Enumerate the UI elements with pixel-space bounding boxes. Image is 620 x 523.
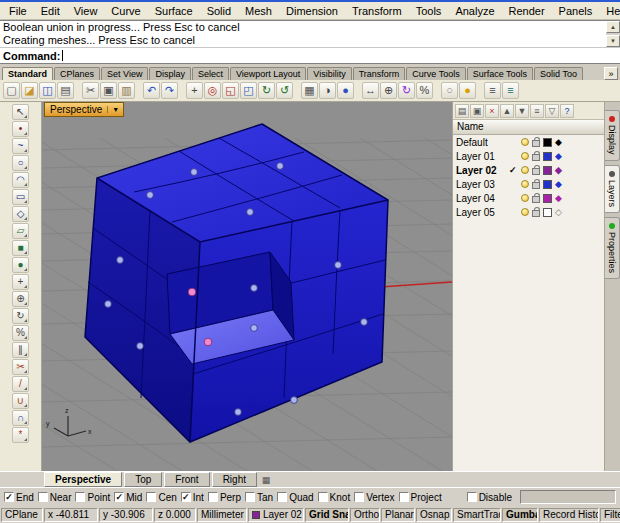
surface-tool-button[interactable]: ▱: [12, 223, 29, 239]
show-button[interactable]: ●: [459, 82, 476, 99]
pane-grid-snap[interactable]: Grid Sna: [305, 508, 349, 522]
selected-control-point[interactable]: [188, 288, 196, 296]
menu-item[interactable]: Tools: [409, 4, 449, 18]
command-input[interactable]: Command:: [0, 48, 620, 64]
filter-button[interactable]: ▽: [545, 104, 559, 118]
rotate-tool-button[interactable]: ↻: [12, 308, 29, 324]
checkbox[interactable]: [318, 492, 328, 502]
tab-viewport-front[interactable]: Front: [164, 472, 209, 487]
layer-color-swatch[interactable]: [543, 166, 552, 175]
zoom-extents-button[interactable]: ◰: [240, 82, 257, 99]
hide-button[interactable]: ○: [441, 82, 458, 99]
tab-viewport-top[interactable]: Top: [124, 472, 162, 487]
osnap-int[interactable]: ✓ Int: [181, 492, 204, 503]
command-history-scrollbar[interactable]: ▲ ▼: [606, 21, 620, 47]
material-icon[interactable]: ◆: [555, 194, 562, 203]
tab-viewport-right[interactable]: Right: [212, 472, 257, 487]
checkbox[interactable]: ✓: [114, 492, 124, 502]
lock-icon[interactable]: [532, 182, 540, 189]
layer-row[interactable]: Layer 03 ◆: [453, 177, 604, 191]
pane-osnap[interactable]: Osnap: [416, 508, 452, 522]
menu-item[interactable]: Help: [599, 4, 620, 18]
mirror-tool-button[interactable]: ∥: [12, 342, 29, 358]
units-pane[interactable]: Millimeter: [197, 508, 247, 522]
checkbox[interactable]: [467, 492, 477, 502]
lock-icon[interactable]: [532, 196, 540, 203]
shaded-display-button[interactable]: ◑: [319, 82, 336, 99]
bulb-icon[interactable]: [521, 152, 529, 160]
rectangle-tool-button[interactable]: ▭: [12, 189, 29, 205]
osnap-project[interactable]: Project: [399, 492, 442, 503]
new-file-button[interactable]: ▢: [3, 82, 20, 99]
layer-color-swatch[interactable]: [543, 152, 552, 161]
circle-tool-button[interactable]: ○: [12, 155, 29, 171]
layer-row[interactable]: Layer 04 ◆: [453, 191, 604, 205]
osnap-tan[interactable]: Tan: [245, 492, 273, 503]
menu-item[interactable]: Solid: [200, 4, 238, 18]
named-views-button[interactable]: ▦: [301, 82, 318, 99]
tab-cplanes[interactable]: CPlanes: [54, 67, 100, 80]
move-tool-button[interactable]: +: [12, 274, 29, 290]
checkbox[interactable]: [208, 492, 218, 502]
panel-tab-display[interactable]: Display: [605, 110, 620, 161]
layer-row[interactable]: Layer 02 ✓ ◆: [453, 163, 604, 177]
select-tool-button[interactable]: ↖: [12, 104, 29, 120]
checkbox[interactable]: ✓: [4, 492, 14, 502]
osnap-near[interactable]: Near: [38, 492, 72, 503]
viewport-menu-arrow-icon[interactable]: ▼: [107, 106, 123, 113]
layer-tools-button[interactable]: ≡: [530, 104, 544, 118]
layers-dialog-button[interactable]: ≡: [484, 82, 501, 99]
layer-color-swatch[interactable]: [543, 208, 552, 217]
material-icon[interactable]: ◆: [555, 180, 562, 189]
checkbox[interactable]: [38, 492, 48, 502]
arc-tool-button[interactable]: ◠: [12, 172, 29, 188]
tab-select[interactable]: Select: [192, 67, 229, 80]
open-file-button[interactable]: ◪: [21, 82, 38, 99]
menu-item[interactable]: Edit: [34, 4, 67, 18]
tab-solid-tools[interactable]: Solid Too: [534, 67, 583, 80]
sphere-tool-button[interactable]: ●: [12, 257, 29, 273]
scale-button[interactable]: %: [416, 82, 433, 99]
print-button[interactable]: ▤: [57, 82, 74, 99]
split-tool-button[interactable]: /: [12, 376, 29, 392]
lock-icon[interactable]: [532, 168, 540, 175]
tab-visibility[interactable]: Visibility: [307, 67, 351, 80]
paste-button[interactable]: ▥: [118, 82, 135, 99]
checkbox[interactable]: [146, 492, 156, 502]
viewport-title-tab[interactable]: Perspective ▼: [44, 102, 124, 117]
menu-item[interactable]: Transform: [345, 4, 409, 18]
current-layer-pane[interactable]: Layer 02: [248, 508, 304, 522]
scale-tool-button[interactable]: %: [12, 325, 29, 341]
undo-button[interactable]: ↶: [143, 82, 160, 99]
box-tool-button[interactable]: ■: [12, 240, 29, 256]
menu-item[interactable]: View: [67, 4, 105, 18]
checkbox[interactable]: ✓: [181, 492, 191, 502]
lock-icon[interactable]: [532, 154, 540, 161]
scroll-down-icon[interactable]: ▼: [606, 35, 620, 47]
panel-tab-layers[interactable]: Layers: [605, 165, 620, 213]
panel-tab-properties[interactable]: Properties: [605, 217, 620, 279]
layer-row[interactable]: Default ◆: [453, 135, 604, 149]
save-button[interactable]: ◫: [39, 82, 56, 99]
tab-curve-tools[interactable]: Curve Tools: [406, 67, 465, 80]
osnap-cen[interactable]: Cen: [146, 492, 176, 503]
zoom-window-button[interactable]: ◱: [222, 82, 239, 99]
tab-surface-tools[interactable]: Surface Tools: [467, 67, 533, 80]
bulb-icon[interactable]: [521, 180, 529, 188]
point-tool-button[interactable]: •: [12, 121, 29, 137]
layer-row[interactable]: Layer 05 ◇: [453, 205, 604, 219]
toolbar-overflow-button[interactable]: »: [604, 67, 618, 80]
bulb-icon[interactable]: [521, 208, 529, 216]
osnap-knot[interactable]: Knot: [318, 492, 351, 503]
bulb-icon[interactable]: [521, 166, 529, 174]
checkbox[interactable]: [245, 492, 255, 502]
checkbox[interactable]: [75, 492, 85, 502]
checkbox[interactable]: [399, 492, 409, 502]
properties-dialog-button[interactable]: ≡: [502, 82, 519, 99]
osnap-mid[interactable]: ✓ Mid: [114, 492, 142, 503]
layer-row[interactable]: Layer 01 ◆: [453, 149, 604, 163]
tab-viewport-layout[interactable]: Viewport Layout: [230, 67, 306, 80]
rotate-view-button[interactable]: ↻: [258, 82, 275, 99]
material-icon[interactable]: ◆: [555, 152, 562, 161]
layer-color-swatch[interactable]: [543, 180, 552, 189]
